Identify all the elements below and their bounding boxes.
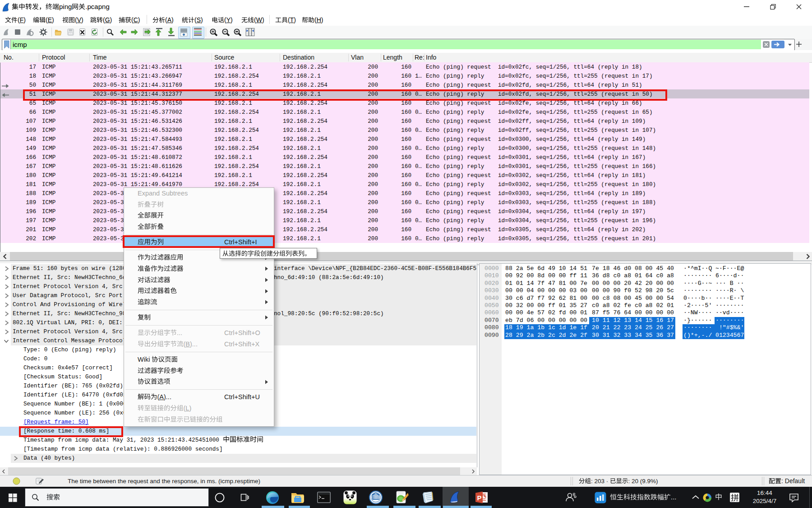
svg-text:P: P: [477, 494, 482, 502]
